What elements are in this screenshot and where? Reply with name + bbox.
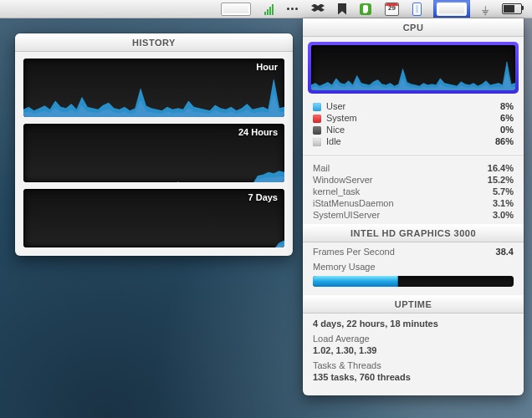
cpu-process-list: Mail16.4% WindowServer15.2% kernel_task5…	[303, 159, 524, 224]
history-chart-hour[interactable]: Hour	[23, 59, 284, 117]
menubar: 29 ⏚	[0, 0, 532, 18]
process-row: iStatMenusDaemon3.1%	[313, 197, 514, 209]
gpu-memory-bar	[313, 276, 514, 287]
swatch-nice-icon	[313, 126, 321, 135]
cpu-header: CPU	[303, 18, 524, 37]
swatch-idle-icon	[313, 138, 321, 146]
legend-row-system: System 6%	[313, 112, 514, 124]
history-chart-7d[interactable]: 7 Days	[23, 189, 284, 247]
history-panel: HISTORY Hour 24 Hours 7 Days	[15, 33, 293, 256]
menubar-cpu-icon[interactable]	[433, 0, 470, 18]
menubar-dots-icon[interactable]	[285, 0, 299, 18]
cpu-legend: User 8% System 6% Nice 0% Idle 86%	[303, 97, 524, 150]
uptime-value: 4 days, 22 hours, 18 minutes	[313, 319, 514, 329]
menubar-network-mini-icon[interactable]	[219, 0, 253, 18]
gpu-fps-row: Frames Per Second 38.4	[313, 246, 514, 257]
process-row: Mail16.4%	[313, 162, 514, 174]
uptime-header: UPTIME	[303, 295, 524, 314]
legend-row-nice: Nice 0%	[313, 124, 514, 135]
cpu-panel: CPU User 8% System 6% Nice 0% Idle 86% M…	[303, 18, 524, 395]
gpu-mem-label: Memory Usage	[313, 261, 514, 273]
history-chart-hour-label: Hour	[256, 62, 278, 72]
menubar-signal-icon[interactable]	[263, 0, 275, 18]
menubar-dropbox-icon[interactable]	[309, 0, 326, 18]
menubar-phone-icon[interactable]	[411, 0, 423, 18]
menubar-bookmark-icon[interactable]	[336, 0, 348, 18]
load-average-value: 1.02, 1.30, 1.39	[313, 345, 514, 355]
swatch-user-icon	[313, 103, 321, 111]
history-chart-24h-label: 24 Hours	[238, 127, 278, 137]
tasks-threads-value: 135 tasks, 760 threads	[313, 372, 514, 382]
uptime-block: 4 days, 22 hours, 18 minutes Load Averag…	[303, 314, 524, 395]
menubar-calendar-icon[interactable]: 29	[383, 0, 401, 18]
history-header: HISTORY	[15, 33, 293, 52]
legend-row-idle: Idle 86%	[313, 135, 514, 147]
tasks-threads-label: Tasks & Threads	[313, 360, 514, 370]
cpu-live-graph[interactable]	[308, 42, 519, 94]
history-chart-7d-label: 7 Days	[248, 192, 278, 202]
process-row: WindowServer15.2%	[313, 174, 514, 186]
menubar-evernote-icon[interactable]	[358, 0, 373, 18]
gpu-header: INTEL HD GRAPHICS 3000	[303, 224, 524, 242]
gpu-block: Frames Per Second 38.4 Memory Usage	[303, 242, 524, 295]
load-average-label: Load Average	[313, 334, 514, 344]
swatch-system-icon	[313, 115, 321, 123]
process-row: SystemUIServer3.0%	[313, 209, 514, 221]
legend-row-user: User 8%	[313, 100, 514, 112]
menubar-battery-icon[interactable]	[500, 0, 524, 18]
process-row: kernel_task5.7%	[313, 186, 514, 197]
history-chart-24h[interactable]: 24 Hours	[23, 124, 284, 182]
menubar-wifi-icon[interactable]: ⏚	[480, 0, 490, 18]
gpu-memory-bar-fill	[313, 276, 398, 287]
